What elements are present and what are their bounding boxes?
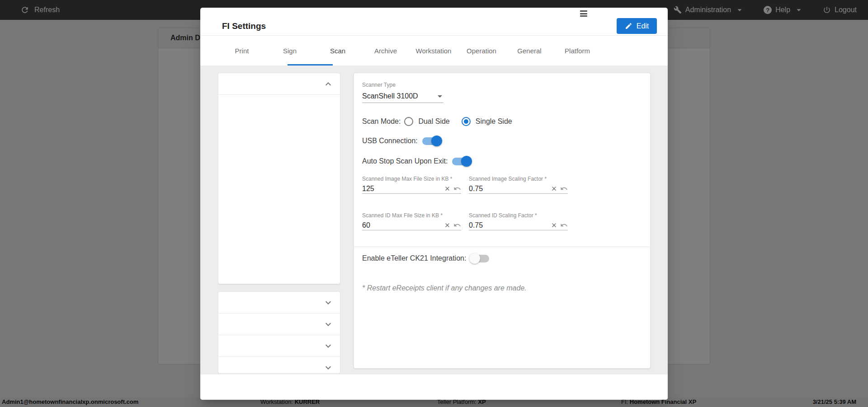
accordion-item-expanded bbox=[218, 73, 340, 284]
field-label: Scanned Image Max File Size in KB * bbox=[362, 176, 461, 182]
tab-operation[interactable]: Operation bbox=[458, 36, 505, 65]
tab-workstation[interactable]: Workstation bbox=[410, 36, 458, 65]
accordion-header[interactable] bbox=[218, 73, 340, 95]
eteller-toggle[interactable] bbox=[471, 255, 489, 262]
dialog-footer bbox=[200, 374, 668, 400]
tab-sign[interactable]: Sign bbox=[266, 36, 314, 65]
undo-icon[interactable] bbox=[560, 221, 568, 229]
scan-mode-row: Scan Mode: Dual Side Single Side bbox=[362, 116, 512, 127]
clear-icon[interactable] bbox=[551, 222, 557, 229]
pencil-icon bbox=[625, 22, 632, 30]
tab-label: Platform bbox=[565, 47, 590, 55]
tab-label: Archive bbox=[374, 47, 397, 55]
edit-button[interactable]: Edit bbox=[617, 18, 657, 34]
undo-icon[interactable] bbox=[453, 221, 461, 229]
radio-single-side[interactable]: Single Side bbox=[462, 117, 512, 126]
clear-icon[interactable] bbox=[444, 185, 451, 192]
scanned-image-max-size-field[interactable]: Scanned Image Max File Size in KB * 125 bbox=[362, 176, 461, 194]
tab-general[interactable]: General bbox=[505, 36, 553, 65]
restart-note: * Restart eReceipts client if any change… bbox=[362, 284, 527, 292]
dialog-title: FI Settings bbox=[222, 21, 266, 31]
field-label: Scanned ID Scaling Factor * bbox=[469, 212, 568, 219]
tab-label: Sign bbox=[283, 47, 297, 55]
tab-scan[interactable]: Scan bbox=[314, 36, 362, 65]
tab-print[interactable]: Print bbox=[218, 36, 266, 65]
accordion-header[interactable] bbox=[218, 292, 340, 313]
field-label: Scanned Image Scaling Factor * bbox=[469, 176, 568, 182]
divider bbox=[354, 247, 650, 247]
clear-icon[interactable] bbox=[551, 185, 557, 192]
accordion-collapsed-group bbox=[218, 291, 340, 374]
auto-stop-label: Auto Stop Scan Upon Exit: bbox=[362, 157, 448, 165]
radio-dual-side-label: Dual Side bbox=[418, 117, 449, 126]
dialog-header: FI Settings Edit bbox=[200, 8, 668, 36]
tab-platform[interactable]: Platform bbox=[553, 36, 601, 65]
scanner-type-select[interactable]: ScanShell 3100D bbox=[362, 89, 443, 103]
accordion-header[interactable] bbox=[218, 313, 340, 335]
scanned-id-max-size-field[interactable]: Scanned ID Max File Size in KB * 60 bbox=[362, 212, 461, 230]
field-value[interactable]: 0.75 bbox=[469, 185, 551, 193]
usb-connection-toggle[interactable] bbox=[422, 137, 441, 145]
accordion-column bbox=[218, 73, 340, 374]
fi-settings-dialog: FI Settings Edit Print Sign Scan Archive… bbox=[200, 8, 668, 400]
scan-settings-panel: Scanner Type ScanShell 3100D Scan Mode: … bbox=[354, 73, 651, 369]
accordion-header[interactable] bbox=[218, 357, 340, 374]
accordion-header[interactable] bbox=[218, 335, 340, 357]
chevron-down-icon bbox=[323, 297, 334, 308]
tab-indicator bbox=[288, 64, 333, 65]
tab-label: General bbox=[517, 47, 541, 55]
auto-stop-row: Auto Stop Scan Upon Exit: bbox=[362, 156, 471, 167]
radio-icon[interactable] bbox=[404, 117, 413, 126]
radio-icon[interactable] bbox=[462, 117, 471, 126]
field-value[interactable]: 0.75 bbox=[469, 221, 551, 229]
chevron-down-icon bbox=[323, 362, 334, 373]
tab-label: Operation bbox=[467, 47, 496, 55]
radio-dual-side[interactable]: Dual Side bbox=[404, 117, 449, 126]
chevron-up-icon bbox=[323, 79, 334, 89]
scanner-type-value: ScanShell 3100D bbox=[362, 92, 418, 100]
screen: Refresh Administration ? Help Logout Adm… bbox=[0, 0, 868, 407]
scanned-image-scaling-field[interactable]: Scanned Image Scaling Factor * 0.75 bbox=[469, 176, 568, 194]
dropdown-arrow-icon bbox=[434, 91, 445, 102]
field-value[interactable]: 125 bbox=[362, 185, 444, 193]
field-label: Scanned ID Max File Size in KB * bbox=[362, 212, 461, 219]
edit-button-label: Edit bbox=[637, 22, 649, 30]
eteller-row: Enable eTeller CK21 Integration: bbox=[362, 253, 489, 264]
chevron-down-icon bbox=[323, 319, 334, 330]
auto-stop-toggle[interactable] bbox=[452, 158, 471, 165]
tab-archive[interactable]: Archive bbox=[362, 36, 410, 65]
usb-connection-label: USB Connection: bbox=[362, 137, 418, 145]
dialog-body: Scanner Type ScanShell 3100D Scan Mode: … bbox=[200, 66, 668, 374]
field-value[interactable]: 60 bbox=[362, 221, 444, 229]
eteller-label: Enable eTeller CK21 Integration: bbox=[362, 254, 466, 262]
scanned-id-scaling-field[interactable]: Scanned ID Scaling Factor * 0.75 bbox=[469, 212, 568, 230]
tab-label: Workstation bbox=[416, 47, 452, 55]
scanner-type-label: Scanner Type bbox=[362, 82, 396, 88]
tab-label: Scan bbox=[330, 47, 345, 55]
clear-icon[interactable] bbox=[444, 222, 451, 229]
radio-single-side-label: Single Side bbox=[476, 117, 512, 126]
scan-mode-label: Scan Mode: bbox=[362, 117, 401, 126]
undo-icon[interactable] bbox=[453, 185, 461, 192]
usb-connection-row: USB Connection: bbox=[362, 136, 441, 146]
menu-icon bbox=[580, 10, 587, 17]
tab-label: Print bbox=[235, 47, 249, 55]
settings-tabs: Print Sign Scan Archive Workstation Oper… bbox=[200, 36, 668, 66]
chevron-down-icon bbox=[323, 341, 334, 351]
undo-icon[interactable] bbox=[560, 185, 568, 192]
